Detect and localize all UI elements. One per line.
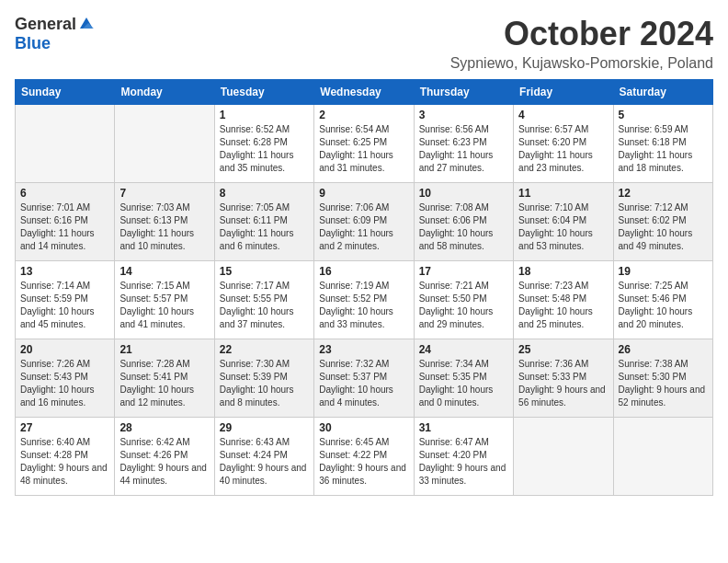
day-info: Sunrise: 7:05 AM Sunset: 6:11 PM Dayligh… (220, 201, 309, 253)
day-number: 22 (220, 343, 309, 356)
calendar-week-row: 27Sunrise: 6:40 AM Sunset: 4:28 PM Dayli… (16, 418, 713, 496)
day-info: Sunrise: 6:56 AM Sunset: 6:23 PM Dayligh… (419, 123, 508, 175)
page-location: Sypniewo, Kujawsko-Pomorskie, Poland (450, 55, 713, 72)
table-row: 20Sunrise: 7:26 AM Sunset: 5:43 PM Dayli… (16, 339, 115, 418)
col-wednesday: Wednesday (314, 80, 414, 105)
table-row: 8Sunrise: 7:05 AM Sunset: 6:11 PM Daylig… (214, 183, 313, 261)
day-info: Sunrise: 6:47 AM Sunset: 4:20 PM Dayligh… (419, 436, 508, 488)
table-row: 19Sunrise: 7:25 AM Sunset: 5:46 PM Dayli… (613, 261, 712, 339)
day-info: Sunrise: 7:28 AM Sunset: 5:41 PM Dayligh… (119, 358, 209, 409)
table-row: 11Sunrise: 7:10 AM Sunset: 6:04 PM Dayli… (514, 183, 613, 261)
day-number: 11 (518, 187, 608, 200)
col-friday: Friday (514, 80, 613, 105)
logo: General Blue (15, 15, 95, 53)
logo-icon (78, 16, 95, 32)
day-number: 31 (419, 421, 508, 434)
day-info: Sunrise: 6:54 AM Sunset: 6:25 PM Dayligh… (319, 123, 408, 175)
day-info: Sunrise: 7:34 AM Sunset: 5:35 PM Dayligh… (419, 358, 508, 409)
table-row: 30Sunrise: 6:45 AM Sunset: 4:22 PM Dayli… (314, 418, 414, 496)
col-saturday: Saturday (613, 80, 712, 105)
table-row: 5Sunrise: 6:59 AM Sunset: 6:18 PM Daylig… (613, 105, 712, 183)
day-info: Sunrise: 6:57 AM Sunset: 6:20 PM Dayligh… (518, 123, 608, 175)
day-info: Sunrise: 7:06 AM Sunset: 6:09 PM Dayligh… (319, 201, 408, 253)
col-monday: Monday (115, 80, 214, 105)
day-info: Sunrise: 7:01 AM Sunset: 6:16 PM Dayligh… (20, 201, 109, 253)
page-title: October 2024 (450, 15, 713, 53)
table-row: 18Sunrise: 7:23 AM Sunset: 5:48 PM Dayli… (514, 261, 613, 339)
table-row: 28Sunrise: 6:42 AM Sunset: 4:26 PM Dayli… (115, 418, 214, 496)
day-number: 5 (619, 109, 708, 121)
logo-general: General (15, 15, 76, 34)
day-number: 12 (619, 187, 708, 200)
table-row: 15Sunrise: 7:17 AM Sunset: 5:55 PM Dayli… (214, 261, 313, 339)
day-number: 18 (518, 265, 608, 278)
title-block: October 2024 Sypniewo, Kujawsko-Pomorski… (450, 15, 713, 72)
day-info: Sunrise: 7:12 AM Sunset: 6:02 PM Dayligh… (619, 201, 708, 253)
table-row: 17Sunrise: 7:21 AM Sunset: 5:50 PM Dayli… (414, 261, 513, 339)
day-info: Sunrise: 7:25 AM Sunset: 5:46 PM Dayligh… (619, 280, 708, 331)
day-info: Sunrise: 7:14 AM Sunset: 5:59 PM Dayligh… (20, 280, 109, 331)
col-sunday: Sunday (16, 80, 115, 105)
day-info: Sunrise: 6:52 AM Sunset: 6:28 PM Dayligh… (220, 123, 309, 175)
table-row: 23Sunrise: 7:32 AM Sunset: 5:37 PM Dayli… (314, 339, 414, 418)
table-row: 16Sunrise: 7:19 AM Sunset: 5:52 PM Dayli… (314, 261, 414, 339)
table-row: 2Sunrise: 6:54 AM Sunset: 6:25 PM Daylig… (314, 105, 414, 183)
day-number: 23 (319, 343, 408, 356)
table-row: 7Sunrise: 7:03 AM Sunset: 6:13 PM Daylig… (115, 183, 214, 261)
day-info: Sunrise: 7:32 AM Sunset: 5:37 PM Dayligh… (319, 358, 408, 409)
table-row: 3Sunrise: 6:56 AM Sunset: 6:23 PM Daylig… (414, 105, 513, 183)
day-number: 8 (220, 187, 309, 200)
day-number: 13 (20, 265, 109, 278)
day-number: 25 (518, 343, 608, 356)
table-row (115, 105, 214, 183)
day-info: Sunrise: 7:10 AM Sunset: 6:04 PM Dayligh… (518, 201, 608, 253)
calendar-table: Sunday Monday Tuesday Wednesday Thursday… (15, 79, 713, 496)
day-number: 2 (319, 109, 408, 121)
day-number: 1 (220, 109, 309, 121)
day-number: 14 (119, 265, 209, 278)
calendar-week-row: 13Sunrise: 7:14 AM Sunset: 5:59 PM Dayli… (16, 261, 713, 339)
day-number: 30 (319, 421, 408, 434)
col-thursday: Thursday (414, 80, 513, 105)
table-row: 21Sunrise: 7:28 AM Sunset: 5:41 PM Dayli… (115, 339, 214, 418)
col-tuesday: Tuesday (214, 80, 313, 105)
day-number: 29 (220, 421, 309, 434)
day-number: 10 (419, 187, 508, 200)
page-header: General Blue October 2024 Sypniewo, Kuja… (15, 15, 713, 72)
day-info: Sunrise: 7:17 AM Sunset: 5:55 PM Dayligh… (220, 280, 309, 331)
day-info: Sunrise: 7:26 AM Sunset: 5:43 PM Dayligh… (20, 358, 109, 409)
table-row: 6Sunrise: 7:01 AM Sunset: 6:16 PM Daylig… (16, 183, 115, 261)
calendar-header-row: Sunday Monday Tuesday Wednesday Thursday… (16, 80, 713, 105)
day-info: Sunrise: 7:15 AM Sunset: 5:57 PM Dayligh… (119, 280, 209, 331)
day-info: Sunrise: 7:08 AM Sunset: 6:06 PM Dayligh… (419, 201, 508, 253)
day-info: Sunrise: 7:03 AM Sunset: 6:13 PM Dayligh… (119, 201, 209, 253)
day-info: Sunrise: 7:38 AM Sunset: 5:30 PM Dayligh… (619, 358, 708, 409)
day-number: 20 (20, 343, 109, 356)
day-info: Sunrise: 7:30 AM Sunset: 5:39 PM Dayligh… (220, 358, 309, 409)
calendar-week-row: 6Sunrise: 7:01 AM Sunset: 6:16 PM Daylig… (16, 183, 713, 261)
day-number: 6 (20, 187, 109, 200)
day-info: Sunrise: 6:43 AM Sunset: 4:24 PM Dayligh… (220, 436, 309, 488)
day-number: 24 (419, 343, 508, 356)
logo-blue: Blue (15, 34, 51, 53)
table-row: 31Sunrise: 6:47 AM Sunset: 4:20 PM Dayli… (414, 418, 513, 496)
day-number: 19 (619, 265, 708, 278)
table-row: 1Sunrise: 6:52 AM Sunset: 6:28 PM Daylig… (214, 105, 313, 183)
table-row: 24Sunrise: 7:34 AM Sunset: 5:35 PM Dayli… (414, 339, 513, 418)
day-info: Sunrise: 6:40 AM Sunset: 4:28 PM Dayligh… (20, 436, 109, 488)
table-row: 22Sunrise: 7:30 AM Sunset: 5:39 PM Dayli… (214, 339, 313, 418)
table-row: 12Sunrise: 7:12 AM Sunset: 6:02 PM Dayli… (613, 183, 712, 261)
day-info: Sunrise: 6:45 AM Sunset: 4:22 PM Dayligh… (319, 436, 408, 488)
day-info: Sunrise: 7:21 AM Sunset: 5:50 PM Dayligh… (419, 280, 508, 331)
day-number: 28 (119, 421, 209, 434)
day-info: Sunrise: 7:23 AM Sunset: 5:48 PM Dayligh… (518, 280, 608, 331)
table-row: 25Sunrise: 7:36 AM Sunset: 5:33 PM Dayli… (514, 339, 613, 418)
day-number: 3 (419, 109, 508, 121)
day-info: Sunrise: 7:36 AM Sunset: 5:33 PM Dayligh… (518, 358, 608, 409)
day-info: Sunrise: 7:19 AM Sunset: 5:52 PM Dayligh… (319, 280, 408, 331)
table-row: 27Sunrise: 6:40 AM Sunset: 4:28 PM Dayli… (16, 418, 115, 496)
table-row: 13Sunrise: 7:14 AM Sunset: 5:59 PM Dayli… (16, 261, 115, 339)
calendar-week-row: 1Sunrise: 6:52 AM Sunset: 6:28 PM Daylig… (16, 105, 713, 183)
day-info: Sunrise: 6:59 AM Sunset: 6:18 PM Dayligh… (619, 123, 708, 175)
table-row: 26Sunrise: 7:38 AM Sunset: 5:30 PM Dayli… (613, 339, 712, 418)
